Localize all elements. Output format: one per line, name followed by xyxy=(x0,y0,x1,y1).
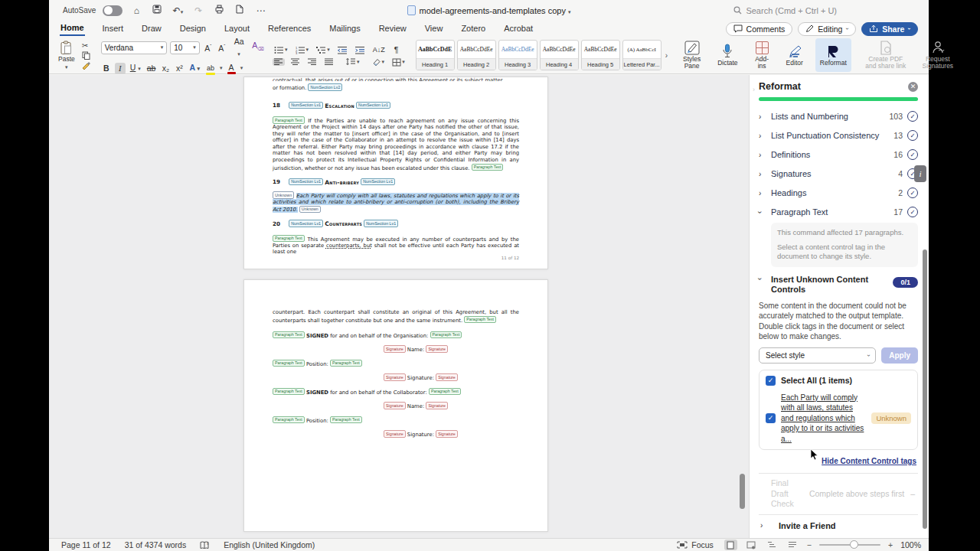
align-center-button[interactable] xyxy=(289,58,302,66)
copy-icon[interactable] xyxy=(82,51,90,60)
bullet-list-button[interactable]: ▾ xyxy=(273,46,289,54)
chevron-right-icon[interactable]: › xyxy=(759,132,771,140)
invite-a-friend-row[interactable]: › Invite a Friend xyxy=(759,514,918,530)
borders-button[interactable]: ▾ xyxy=(390,58,407,67)
style-heading-1[interactable]: AaBbCcDdE Heading 1 xyxy=(416,40,455,70)
insert-unknown-section-header[interactable]: › Insert Unknown Content Controls 0/1 xyxy=(759,275,918,295)
align-left-button[interactable] xyxy=(273,58,285,66)
content-tag-signature-start[interactable]: Signature xyxy=(384,345,406,353)
home-icon[interactable]: ⌂ xyxy=(129,5,143,16)
underline-button[interactable]: U ▾ xyxy=(129,62,142,74)
tab-references[interactable]: References xyxy=(267,22,312,35)
italic-button[interactable]: I xyxy=(115,63,126,74)
content-tag-numsection-lv1-start[interactable]: NumSection Lv1 xyxy=(289,220,323,227)
styles-pane-button[interactable]: StylesPane xyxy=(678,38,705,72)
unknown-content-item[interactable]: ✓ Each Party will comply with all laws, … xyxy=(766,393,911,445)
autosave-toggle[interactable] xyxy=(103,5,122,16)
font-name-select[interactable]: Verdana▾ xyxy=(101,41,167,54)
print-layout-view-icon[interactable] xyxy=(724,540,737,550)
content-tag-numsection-lv1-start[interactable]: NumSection Lv1 xyxy=(289,102,323,109)
content-tag-signature-end[interactable]: Signature xyxy=(426,345,448,353)
zoom-level[interactable]: 100% xyxy=(900,540,921,549)
chevron-right-icon[interactable]: › xyxy=(759,189,771,197)
numbered-list-button[interactable]: 123▾ xyxy=(294,46,311,54)
print-icon[interactable] xyxy=(212,5,226,16)
change-case-button[interactable]: Aa ▾ xyxy=(230,36,247,60)
dictate-button[interactable]: Dictate xyxy=(713,38,742,72)
share-button[interactable]: Share › xyxy=(861,22,918,36)
content-tag-paragraph-end[interactable]: Paragraph Text xyxy=(429,388,461,396)
tab-design[interactable]: Design xyxy=(179,22,207,35)
content-tag-signature-end[interactable]: Signature xyxy=(436,430,458,438)
tab-insert[interactable]: Insert xyxy=(102,22,125,35)
item-checkbox[interactable]: ✓ xyxy=(766,413,776,423)
content-tag-paragraph-end[interactable]: Paragraph Text xyxy=(472,164,504,171)
chevron-right-icon[interactable]: › xyxy=(760,521,773,530)
subscript-button[interactable]: x₂ xyxy=(160,63,171,74)
shrink-font-button[interactable]: Aˇ xyxy=(217,41,227,54)
content-tag-paragraph-end[interactable]: Paragraph Text xyxy=(464,316,496,324)
tab-zotero[interactable]: Zotero xyxy=(460,22,486,35)
content-tag-unknown-start[interactable]: Unknown xyxy=(273,191,294,199)
zoom-slider-knob[interactable] xyxy=(850,540,858,549)
content-tag-numsection-lv1-end[interactable]: NumSection Lv1 xyxy=(364,220,398,227)
style-heading-4[interactable]: AaBbCcDdEe Heading 4 xyxy=(540,40,579,70)
shading-button[interactable]: ▾ xyxy=(371,58,387,67)
chevron-down-icon[interactable]: › xyxy=(759,208,771,217)
chevron-down-icon[interactable]: › xyxy=(759,275,771,283)
content-tag-paragraph-start[interactable]: Paragraph Text xyxy=(273,360,305,367)
select-style-dropdown[interactable]: Select style › xyxy=(759,347,876,364)
chevron-right-icon[interactable]: › xyxy=(759,112,771,121)
highlight-button[interactable]: ab xyxy=(204,62,217,75)
panel-item-lists-numbering[interactable]: › Lists and Numbering 103 ✓ xyxy=(759,107,918,126)
content-tag-paragraph-start[interactable]: Paragraph Text xyxy=(273,235,305,243)
style-heading-3[interactable]: AaBbCcDdEe Heading 3 xyxy=(498,40,537,70)
panel-item-definitions[interactable]: › Definitions 16 ✓ xyxy=(759,145,918,164)
tab-draw[interactable]: Draw xyxy=(141,22,162,35)
font-color-button[interactable]: A xyxy=(226,62,237,74)
content-tag-signature-start[interactable]: Signature xyxy=(384,402,406,409)
tab-acrobat[interactable]: Acrobat xyxy=(503,22,534,35)
align-right-button[interactable] xyxy=(306,58,318,66)
apply-button[interactable]: Apply xyxy=(881,347,918,364)
close-icon[interactable]: ✕ xyxy=(908,82,918,92)
word-count[interactable]: 31 of 4374 words xyxy=(125,540,187,549)
proofing-icon[interactable]: x xyxy=(200,541,210,549)
addins-button[interactable]: Add-ins xyxy=(750,38,774,72)
more-commands-icon[interactable]: ⋯ xyxy=(253,5,267,16)
page-indicator[interactable]: Page 11 of 12 xyxy=(61,540,111,549)
save-icon[interactable] xyxy=(150,5,164,16)
content-tag-paragraph-start[interactable]: Paragraph Text xyxy=(273,331,305,339)
content-tag-signature-start[interactable]: Signature xyxy=(384,430,406,438)
content-tag-paragraph-start[interactable]: Paragraph Text xyxy=(273,116,305,124)
zoom-out-button[interactable]: − xyxy=(807,540,812,549)
search-box[interactable]: Search (Cmd + Ctrl + U) xyxy=(733,6,921,15)
hide-content-control-tags-link[interactable]: Hide Content Control tags xyxy=(759,457,916,465)
zoom-slider[interactable] xyxy=(819,544,880,546)
info-icon[interactable]: i xyxy=(914,165,926,182)
unknown-item-text[interactable]: Each Party will comply with all laws, st… xyxy=(781,393,866,445)
content-tag-signature-end[interactable]: Signature xyxy=(426,402,448,409)
format-painter-icon[interactable] xyxy=(82,61,91,70)
panel-scrollbar[interactable] xyxy=(923,249,927,529)
chevron-right-icon[interactable]: › xyxy=(759,151,771,159)
language-indicator[interactable]: English (United Kingdom) xyxy=(224,540,315,549)
draft-view-icon[interactable] xyxy=(786,540,799,550)
show-marks-button[interactable]: ¶ xyxy=(391,44,402,56)
decrease-indent-button[interactable] xyxy=(336,46,349,54)
justify-button[interactable] xyxy=(323,58,335,66)
strikethrough-button[interactable]: ab xyxy=(145,63,158,74)
document-scrollbar[interactable] xyxy=(740,474,745,509)
style-lettered-par[interactable]: (A) AaBbCcI Lettered Par... xyxy=(622,40,662,70)
font-size-select[interactable]: 10▾ xyxy=(170,41,200,54)
content-tag-numsection-lv2-end[interactable]: NumSection Lv2 xyxy=(308,83,342,91)
content-tag-paragraph-end[interactable]: Paragraph Text xyxy=(330,360,362,367)
panel-item-signatures[interactable]: › Signatures 4 ✓ xyxy=(759,165,918,183)
content-tag-paragraph-end[interactable]: Paragraph Text xyxy=(430,331,462,339)
chevron-right-icon[interactable]: › xyxy=(759,170,771,178)
content-tag-numsection-lv1-end[interactable]: NumSection Lv1 xyxy=(361,178,395,186)
line-spacing-button[interactable]: ▾ xyxy=(345,58,361,66)
superscript-button[interactable]: x² xyxy=(174,63,185,74)
increase-indent-button[interactable] xyxy=(354,46,367,54)
content-tag-numsection-lv1-start[interactable]: NumSection Lv1 xyxy=(289,178,323,186)
